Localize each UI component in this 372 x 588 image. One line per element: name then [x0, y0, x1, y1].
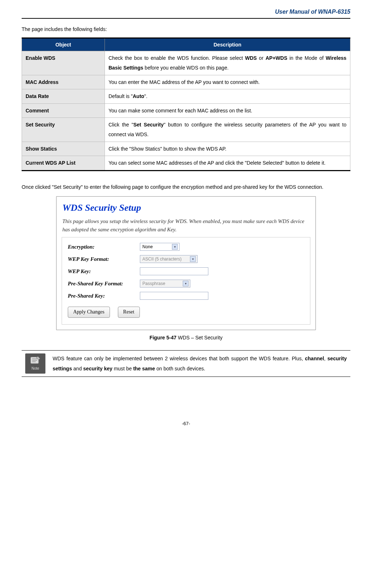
select-encryption[interactable]: None ▾: [140, 243, 180, 251]
figure-label: Figure 5-47: [150, 335, 177, 340]
table-row: Enable WDSCheck the box to enable the WD…: [22, 51, 350, 75]
figure-text: WDS – Set Security: [177, 335, 223, 340]
table-row: MAC AddressYou can enter the MAC address…: [22, 75, 350, 89]
cell-description: You can make some comment for each MAC a…: [105, 103, 350, 118]
apply-changes-button[interactable]: Apply Changes: [68, 307, 110, 317]
chevron-down-icon: ▾: [190, 256, 196, 262]
label-psk: Pre-Shared Key:: [68, 291, 140, 300]
page-number: -67-: [22, 420, 350, 428]
cell-object: Show Statics: [22, 142, 105, 156]
cell-description: You can enter the MAC address of the AP …: [105, 75, 350, 89]
cell-object: Set Security: [22, 118, 105, 142]
cell-description: Check the box to enable the WDS function…: [105, 51, 350, 75]
table-row: Show StaticsClick the "Show Statics" but…: [22, 142, 350, 156]
header-rule: [22, 18, 350, 19]
screenshot-subtitle: This page allows you setup the wireless …: [57, 215, 315, 237]
cell-object: Current WDS AP List: [22, 156, 105, 171]
table-row: Set SecurityClick the "Set Security" but…: [22, 118, 350, 142]
input-psk[interactable]: [140, 292, 208, 300]
th-description: Description: [105, 38, 350, 51]
th-object: Object: [22, 38, 105, 51]
label-psk-format: Pre-Shared Key Format:: [68, 279, 140, 288]
label-wep-format: WEP Key Format:: [68, 255, 140, 263]
table-row: CommentYou can make some comment for eac…: [22, 103, 350, 118]
fields-table: Object Description Enable WDSCheck the b…: [22, 37, 350, 171]
table-row: Data RateDefault is "Auto".: [22, 89, 350, 104]
screenshot-form: Encryption: None ▾ WEP Key Format: ASCII…: [62, 237, 310, 324]
cell-object: MAC Address: [22, 75, 105, 89]
figure-caption: Figure 5-47 WDS – Set Security: [22, 334, 350, 342]
note-icon: Note: [25, 353, 45, 374]
cell-description: You can select some MAC addresses of the…: [105, 156, 350, 171]
doc-header-title: User Manual of WNAP-6315: [22, 7, 350, 18]
chevron-down-icon: ▾: [172, 244, 178, 250]
cell-object: Comment: [22, 103, 105, 118]
note-text: WDS feature can only be implemented betw…: [49, 351, 350, 377]
wds-security-screenshot: WDS Security Setup This page allows you …: [56, 196, 316, 330]
cell-object: Enable WDS: [22, 51, 105, 75]
select-psk-format: Passphrase ▾: [140, 280, 190, 288]
screenshot-title: WDS Security Setup: [57, 197, 315, 215]
select-wep-format-value: ASCII (5 characters): [142, 256, 182, 263]
table-row: Current WDS AP ListYou can select some M…: [22, 156, 350, 171]
input-wep-key[interactable]: [140, 267, 208, 275]
intro-text: The page includes the following fields:: [22, 25, 350, 33]
cell-description: Click the "Set Security" button to confi…: [105, 118, 350, 142]
cell-description: Default is "Auto".: [105, 89, 350, 104]
note-box: Note WDS feature can only be implemented…: [22, 350, 350, 377]
cell-description: Click the "Show Statics" button to show …: [105, 142, 350, 156]
select-wep-format: ASCII (5 characters) ▾: [140, 255, 198, 263]
chevron-down-icon: ▾: [183, 281, 189, 286]
label-encryption: Encryption:: [68, 242, 140, 251]
note-icon-label: Note: [31, 366, 39, 371]
select-psk-format-value: Passphrase: [142, 280, 165, 287]
label-wep-key: WEP Key:: [68, 267, 140, 276]
reset-button[interactable]: Reset: [118, 307, 140, 317]
select-encryption-value: None: [142, 244, 153, 250]
body-paragraph: Once clicked "Set Security" to enter the…: [22, 182, 350, 192]
cell-object: Data Rate: [22, 89, 105, 104]
